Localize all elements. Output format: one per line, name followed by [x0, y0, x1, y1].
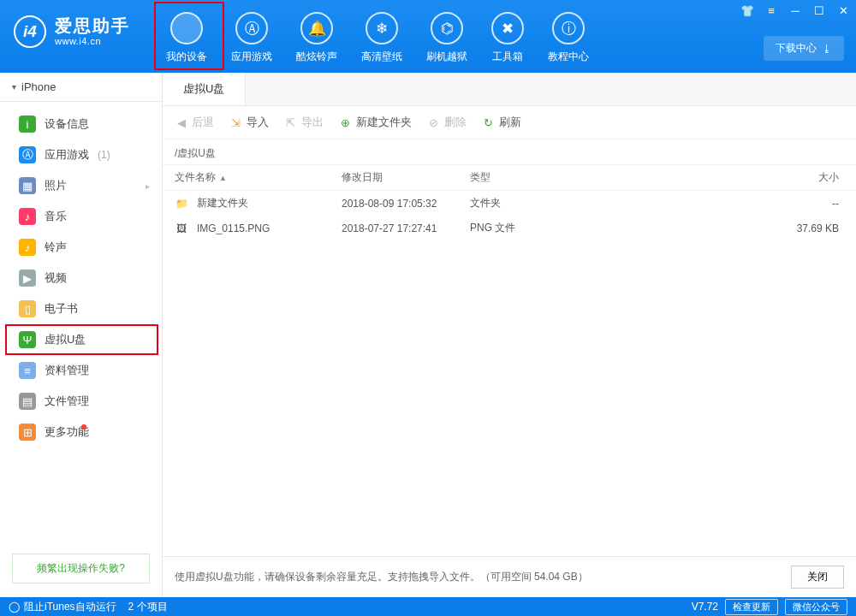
- data-icon: ≡: [19, 362, 36, 379]
- chevron-right-icon: ▸: [146, 181, 150, 191]
- nav-apps[interactable]: Ⓐ应用游戏: [231, 12, 272, 64]
- circle-icon: ◯: [9, 601, 20, 613]
- tools-icon: ✖: [491, 12, 524, 44]
- main-panel: 虚拟U盘 ◀后退 ⇲导入 ⇱导出 ⊕新建文件夹 ⊘删除 ↻刷新 /虚拟U盘 文件…: [163, 73, 856, 597]
- hint-text: 使用虚拟U盘功能，请确保设备剩余容量充足。支持拖拽导入文件。（可用空间 54.0…: [175, 570, 588, 584]
- minimize-icon[interactable]: ─: [788, 3, 803, 17]
- main-nav: 我的设备Ⓐ应用游戏🔔酷炫铃声❄高清壁纸⌬刷机越狱✖工具箱ⓘ教程中心: [166, 0, 589, 64]
- table-row[interactable]: 🖼IMG_0115.PNG2018-07-27 17:27:41PNG 文件37…: [163, 216, 856, 240]
- app-header: i4 爱思助手 www.i4.cn 我的设备Ⓐ应用游戏🔔酷炫铃声❄高清壁纸⌬刷机…: [0, 0, 856, 73]
- ring-icon: ♪: [19, 239, 36, 256]
- table-header: 文件名称▲ 修改日期 类型 大小: [163, 164, 856, 191]
- folder-icon: 📁: [175, 198, 188, 210]
- notification-dot: [81, 424, 86, 429]
- udisk-icon: Ψ: [19, 331, 36, 348]
- info-badge-icon: i: [19, 116, 36, 133]
- refresh-icon: ↻: [482, 116, 495, 129]
- breadcrumb-path[interactable]: /虚拟U盘: [163, 139, 856, 164]
- item-count: 2 个项目: [128, 600, 168, 614]
- window-controls: 👕 ≡ ─ ☐ ✕: [740, 3, 851, 17]
- sidebar-item-more[interactable]: ⊞更多功能: [0, 417, 162, 447]
- col-date[interactable]: 修改日期: [342, 170, 470, 185]
- delete-icon: ⊘: [427, 116, 440, 129]
- import-button[interactable]: ⇲导入: [229, 115, 269, 130]
- sidebar-item-ring[interactable]: ♪铃声: [0, 232, 162, 263]
- block-itunes-toggle[interactable]: ◯阻止iTunes自动运行: [9, 600, 116, 614]
- sidebar-item-apps-badge[interactable]: Ⓐ应用游戏 (1): [0, 139, 162, 170]
- more-icon: ⊞: [19, 424, 36, 441]
- logo-icon: i4: [14, 15, 46, 48]
- sidebar-item-music[interactable]: ♪音乐: [0, 201, 162, 232]
- tab-udisk[interactable]: 虚拟U盘: [163, 72, 246, 105]
- image-file-icon: 🖼: [175, 222, 188, 234]
- nav-tools[interactable]: ✖工具箱: [491, 12, 524, 64]
- sidebar-item-files[interactable]: ▤文件管理: [0, 386, 162, 417]
- check-update-button[interactable]: 检查更新: [725, 599, 778, 615]
- sidebar-list: i设备信息Ⓐ应用游戏 (1)▦照片▸♪音乐♪铃声▶视频▯电子书Ψ虚拟U盘≡资料管…: [0, 102, 162, 543]
- export-button: ⇱导出: [284, 115, 324, 130]
- col-name[interactable]: 文件名称▲: [175, 170, 342, 185]
- nav-bell[interactable]: 🔔酷炫铃声: [296, 12, 337, 64]
- delete-button: ⊘删除: [427, 115, 467, 130]
- export-icon: ⇱: [284, 116, 297, 129]
- import-icon: ⇲: [229, 116, 242, 129]
- nav-wallpaper[interactable]: ❄高清壁纸: [361, 12, 402, 64]
- new-folder-icon: ⊕: [339, 116, 352, 129]
- tshirt-icon[interactable]: 👕: [740, 3, 755, 17]
- tab-bar: 虚拟U盘: [163, 73, 856, 106]
- jailbreak-icon: ⌬: [431, 12, 463, 44]
- new-folder-button[interactable]: ⊕新建文件夹: [339, 115, 412, 130]
- sort-asc-icon: ▲: [219, 174, 227, 182]
- sidebar-item-photos[interactable]: ▦照片▸: [0, 170, 162, 201]
- music-icon: ♪: [19, 208, 36, 225]
- table-row[interactable]: 📁新建文件夹2018-08-09 17:05:32文件夹--: [163, 191, 856, 216]
- hint-bar: 使用虚拟U盘功能，请确保设备剩余容量充足。支持拖拽导入文件。（可用空间 54.0…: [163, 556, 856, 597]
- sidebar-item-udisk[interactable]: Ψ虚拟U盘: [5, 324, 158, 355]
- wallpaper-icon: ❄: [366, 12, 398, 44]
- app-name: 爱思助手: [55, 17, 130, 34]
- back-button: ◀后退: [175, 115, 214, 130]
- close-button[interactable]: 关闭: [791, 566, 844, 589]
- download-center-button[interactable]: 下载中心 ⭳: [764, 36, 844, 61]
- download-icon: ⭳: [822, 43, 832, 55]
- logo: i4 爱思助手 www.i4.cn: [0, 0, 151, 48]
- col-size[interactable]: 大小: [598, 170, 844, 185]
- files-icon: ▤: [19, 393, 36, 410]
- nav-jailbreak[interactable]: ⌬刷机越狱: [426, 12, 467, 64]
- info-icon: ⓘ: [552, 12, 585, 44]
- version-label: V7.72: [692, 601, 718, 613]
- chevron-down-icon: ▾: [12, 82, 16, 92]
- back-icon: ◀: [175, 116, 187, 129]
- bell-icon: 🔔: [300, 12, 333, 44]
- ebook-icon: ▯: [19, 300, 36, 317]
- nav-info[interactable]: ⓘ教程中心: [548, 12, 589, 64]
- wechat-button[interactable]: 微信公众号: [785, 599, 847, 615]
- refresh-button[interactable]: ↻刷新: [482, 115, 521, 130]
- file-list: 📁新建文件夹2018-08-09 17:05:32文件夹--🖼IMG_0115.…: [163, 191, 856, 240]
- maximize-icon[interactable]: ☐: [811, 3, 827, 17]
- sidebar-item-data[interactable]: ≡资料管理: [0, 355, 162, 386]
- apps-badge-icon: Ⓐ: [19, 146, 36, 163]
- device-selector[interactable]: ▾ iPhone: [0, 73, 162, 102]
- close-window-icon[interactable]: ✕: [835, 3, 851, 17]
- col-type[interactable]: 类型: [470, 170, 598, 185]
- apple-icon: [170, 12, 203, 44]
- sidebar-item-info-badge[interactable]: i设备信息: [0, 109, 162, 139]
- sidebar-item-video[interactable]: ▶视频: [0, 263, 162, 293]
- sidebar: ▾ iPhone i设备信息Ⓐ应用游戏 (1)▦照片▸♪音乐♪铃声▶视频▯电子书…: [0, 73, 163, 597]
- app-url: www.i4.cn: [55, 36, 130, 46]
- nav-apple[interactable]: 我的设备: [166, 12, 207, 64]
- help-link[interactable]: 频繁出现操作失败?: [12, 554, 150, 583]
- toolbar: ◀后退 ⇲导入 ⇱导出 ⊕新建文件夹 ⊘删除 ↻刷新: [163, 106, 856, 139]
- sidebar-item-ebook[interactable]: ▯电子书: [0, 293, 162, 324]
- photos-icon: ▦: [19, 177, 36, 194]
- video-icon: ▶: [19, 270, 36, 287]
- apps-icon: Ⓐ: [235, 12, 268, 44]
- device-name: iPhone: [21, 80, 56, 93]
- status-bar: ◯阻止iTunes自动运行 2 个项目 V7.72 检查更新 微信公众号: [0, 597, 856, 616]
- menu-icon[interactable]: ≡: [764, 3, 779, 17]
